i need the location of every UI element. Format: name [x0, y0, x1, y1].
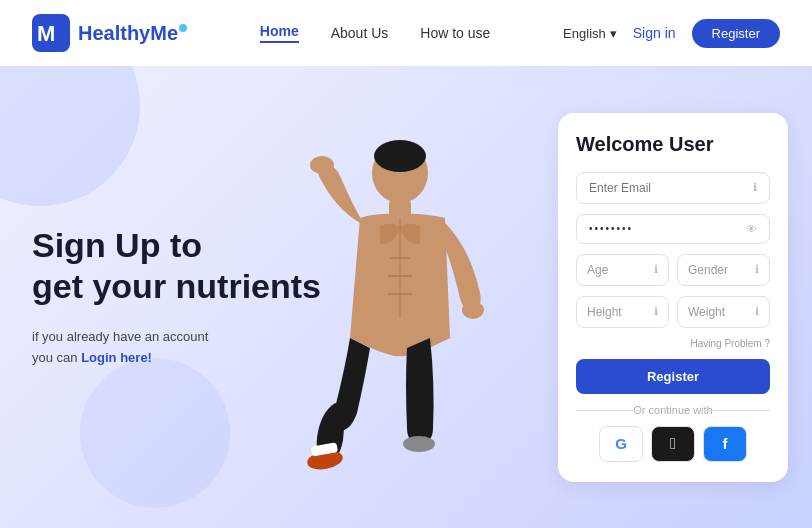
height-weight-row: Height ℹ Weight ℹ	[576, 296, 770, 328]
svg-text:M: M	[37, 21, 55, 46]
logo-icon: M	[32, 14, 70, 52]
weight-icon: ℹ	[755, 305, 759, 318]
email-icon: ℹ	[753, 181, 757, 194]
athlete-figure	[245, 118, 505, 528]
weight-field[interactable]: Weight ℹ	[677, 296, 770, 328]
register-main-button[interactable]: Register	[576, 359, 770, 394]
eye-icon[interactable]: 👁	[746, 223, 757, 235]
register-header-button[interactable]: Register	[692, 19, 780, 48]
logo-dot	[179, 24, 187, 32]
google-icon: G	[615, 435, 627, 452]
main-section: Sign Up to get your nutrients if you alr…	[0, 66, 812, 528]
svg-point-3	[374, 140, 426, 172]
login-link[interactable]: Login here!	[81, 350, 152, 365]
header: M HealthyMe Home About Us How to use Eng…	[0, 0, 812, 66]
language-selector[interactable]: English ▾	[563, 26, 617, 41]
or-divider: Or continue with	[576, 404, 770, 416]
svg-point-10	[462, 301, 484, 319]
registration-panel: Welcome User ℹ •••••••• 👁 Age ℹ Gender ℹ	[558, 113, 788, 482]
google-button[interactable]: G	[599, 426, 643, 462]
svg-point-9	[310, 156, 334, 174]
signin-link[interactable]: Sign in	[633, 25, 676, 41]
athlete-container	[220, 108, 530, 528]
password-dots: ••••••••	[589, 223, 633, 234]
age-field[interactable]: Age ℹ	[576, 254, 669, 286]
facebook-button[interactable]: f	[703, 426, 747, 462]
age-gender-row: Age ℹ Gender ℹ	[576, 254, 770, 286]
email-field[interactable]: ℹ	[576, 172, 770, 204]
logo-text: HealthyMe	[78, 22, 187, 45]
nav: Home About Us How to use	[260, 23, 491, 43]
height-icon: ℹ	[654, 305, 658, 318]
gender-icon: ℹ	[755, 263, 759, 276]
height-field[interactable]: Height ℹ	[576, 296, 669, 328]
svg-point-12	[403, 436, 435, 452]
age-icon: ℹ	[654, 263, 658, 276]
gender-field[interactable]: Gender ℹ	[677, 254, 770, 286]
nav-about[interactable]: About Us	[331, 25, 389, 41]
logo[interactable]: M HealthyMe	[32, 14, 187, 52]
facebook-icon: f	[723, 435, 728, 452]
email-input[interactable]	[589, 181, 753, 195]
header-right: English ▾ Sign in Register	[563, 19, 780, 48]
apple-button[interactable]: 	[651, 426, 695, 462]
apple-icon: 	[670, 435, 676, 453]
nav-home[interactable]: Home	[260, 23, 299, 43]
social-buttons: G  f	[576, 426, 770, 462]
having-problem-link[interactable]: Having Problem ?	[576, 338, 770, 349]
nav-how-to-use[interactable]: How to use	[420, 25, 490, 41]
welcome-title: Welcome User	[576, 133, 770, 156]
password-field[interactable]: •••••••• 👁	[576, 214, 770, 244]
chevron-down-icon: ▾	[610, 26, 617, 41]
